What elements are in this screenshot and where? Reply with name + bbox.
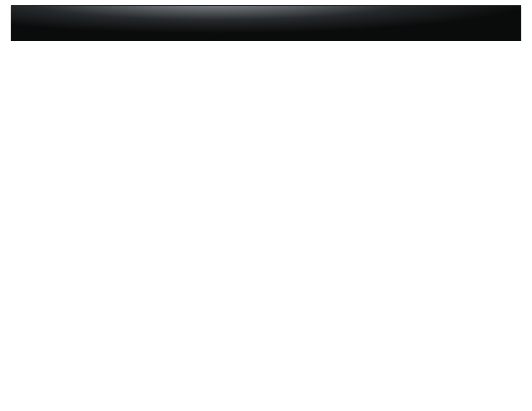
header-banner — [11, 5, 521, 41]
